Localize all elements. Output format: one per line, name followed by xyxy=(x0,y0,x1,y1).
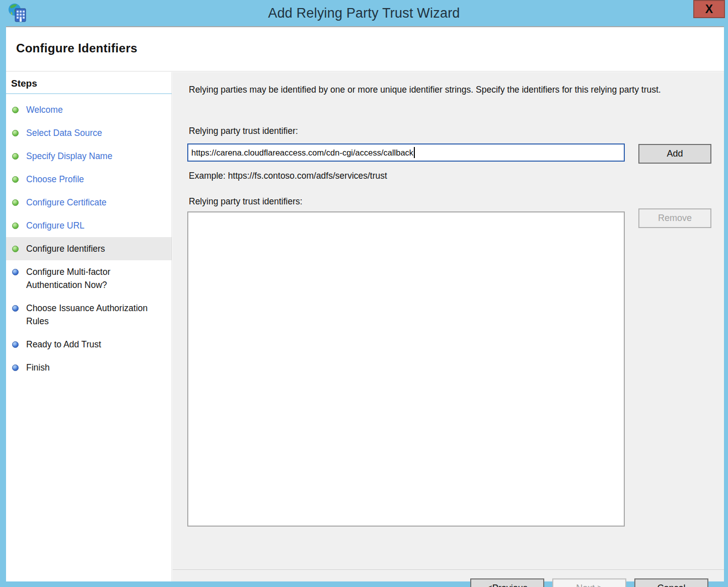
footer-separator xyxy=(173,569,724,570)
remove-button[interactable]: Remove xyxy=(638,208,711,228)
step-done-dot-icon xyxy=(12,130,19,136)
window-body: Configure Identifiers Steps Welcome Sele… xyxy=(6,26,724,581)
steps-list: Welcome Select Data Source Specify Displ… xyxy=(6,94,172,379)
step-label: Finish xyxy=(26,361,50,374)
text-cursor xyxy=(414,147,415,158)
step-done-dot-icon xyxy=(12,199,19,206)
identifier-input[interactable]: https://carena.cloudflareaccess.com/cdn-… xyxy=(187,143,625,162)
step-done-dot-icon xyxy=(12,176,19,183)
step-done-dot-icon xyxy=(12,153,19,160)
step-label: Ready to Add Trust xyxy=(26,338,101,351)
step-configure-url[interactable]: Configure URL xyxy=(6,214,172,237)
title-bar: Add Relying Party Trust Wizard X xyxy=(0,0,728,26)
step-label: Select Data Source xyxy=(26,126,102,139)
identifiers-listbox[interactable] xyxy=(187,211,625,527)
step-specify-display-name[interactable]: Specify Display Name xyxy=(6,144,172,168)
page-header: Configure Identifiers xyxy=(6,27,724,71)
identifiers-list-label: Relying party trust identifiers: xyxy=(189,196,303,207)
step-configure-multifactor: Configure Multi-factor Authentication No… xyxy=(6,260,172,297)
identifier-field-label: Relying party trust identifier: xyxy=(189,126,298,136)
step-configure-identifiers: Configure Identifiers xyxy=(6,237,172,260)
step-done-dot-icon xyxy=(12,107,19,113)
next-button-rest: ext > xyxy=(583,583,603,587)
previous-button-accesskey: P xyxy=(492,583,498,587)
add-button[interactable]: Add xyxy=(638,144,711,164)
step-upcoming-dot-icon xyxy=(12,305,19,312)
wizard-window: Add Relying Party Trust Wizard X Configu… xyxy=(0,0,728,587)
next-button-accesskey: N xyxy=(576,583,583,587)
main-panel: Relying parties may be identified by one… xyxy=(173,72,724,581)
step-choose-profile[interactable]: Choose Profile xyxy=(6,168,172,191)
steps-heading: Steps xyxy=(6,72,172,94)
step-configure-certificate[interactable]: Configure Certificate xyxy=(6,191,172,214)
previous-button-prefix: < xyxy=(487,583,492,587)
previous-button[interactable]: < Previous xyxy=(470,578,544,587)
next-button: Next > xyxy=(552,578,626,587)
footer-buttons: < Previous Next > Cancel xyxy=(470,578,708,587)
step-label: Configure Identifiers xyxy=(26,242,105,255)
previous-button-rest: revious xyxy=(498,583,528,587)
step-label: Specify Display Name xyxy=(26,150,112,163)
step-label: Configure URL xyxy=(26,219,85,232)
step-label: Welcome xyxy=(26,103,63,116)
step-ready-to-add-trust: Ready to Add Trust xyxy=(6,333,172,356)
step-upcoming-dot-icon xyxy=(12,269,19,275)
step-select-data-source[interactable]: Select Data Source xyxy=(6,121,172,144)
step-finish: Finish xyxy=(6,356,172,379)
step-label: Choose Issuance Authorization Rules xyxy=(26,302,152,328)
identifier-input-value: https://carena.cloudflareaccess.com/cdn-… xyxy=(191,148,413,158)
step-choose-issuance-rules: Choose Issuance Authorization Rules xyxy=(6,297,172,333)
step-welcome[interactable]: Welcome xyxy=(6,98,172,121)
step-upcoming-dot-icon xyxy=(12,341,19,348)
steps-sidebar: Steps Welcome Select Data Source Specify… xyxy=(6,72,172,581)
step-label: Configure Multi-factor Authentication No… xyxy=(26,265,152,291)
page-title: Configure Identifiers xyxy=(16,41,137,55)
window-title: Add Relying Party Trust Wizard xyxy=(0,0,728,26)
step-done-dot-icon xyxy=(12,246,19,252)
close-button[interactable]: X xyxy=(693,0,725,18)
step-upcoming-dot-icon xyxy=(12,364,19,371)
step-label: Choose Profile xyxy=(26,173,84,186)
step-label: Configure Certificate xyxy=(26,196,107,209)
intro-text: Relying parties may be identified by one… xyxy=(189,83,703,97)
cancel-button[interactable]: Cancel xyxy=(634,578,708,587)
example-text: Example: https://fs.contoso.com/adfs/ser… xyxy=(189,171,387,181)
step-done-dot-icon xyxy=(12,223,19,229)
